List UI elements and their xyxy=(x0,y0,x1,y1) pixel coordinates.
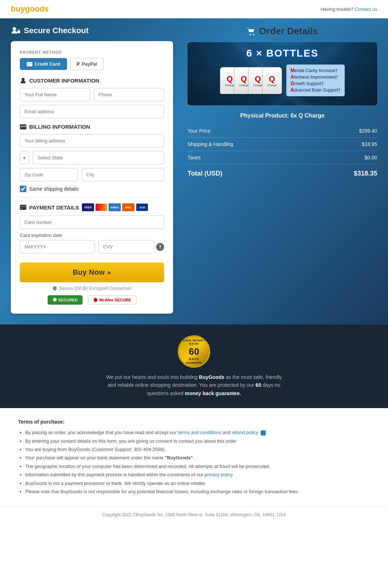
header: buygoods Having trouble? Contact us xyxy=(0,0,388,18)
expiry-input[interactable] xyxy=(20,240,95,253)
country-select-wrapper: Select Country ▾ xyxy=(20,151,29,164)
terms-item-8: Please note that BuyGoods is not respons… xyxy=(25,487,370,496)
footer: Copyright 2022 ©BuyGoods Inc, 1000 North… xyxy=(0,507,388,523)
header-right: Having trouble? Contact us xyxy=(321,6,377,12)
svg-rect-10 xyxy=(20,205,26,210)
credit-card-tab[interactable]: Credit Card xyxy=(20,58,67,70)
buy-now-button[interactable]: Buy Now » xyxy=(20,262,164,282)
email-row xyxy=(20,105,164,118)
privacy-link[interactable]: privacy policy xyxy=(204,472,232,477)
terms-item-4: Your purchase will appear on your bank s… xyxy=(25,454,370,462)
footer-text: Copyright 2022 ©BuyGoods Inc, 1000 North… xyxy=(102,512,286,517)
jcb-icon: JCB xyxy=(136,203,148,211)
same-shipping-row: Same shipping details xyxy=(20,186,164,192)
refund-link[interactable]: refund policy xyxy=(232,430,258,435)
mcafee-icon xyxy=(93,298,98,302)
discover-icon: DISC xyxy=(122,203,135,211)
same-shipping-label: Same shipping details xyxy=(29,186,79,192)
contact-link[interactable]: Contact us xyxy=(355,6,377,12)
name-phone-row xyxy=(20,88,164,101)
guarantee-label: GUARANTEE xyxy=(186,362,202,364)
terms-checkbox-inline xyxy=(261,430,266,436)
taxes-label: Taxes xyxy=(188,155,201,160)
terms-title: Terms of purchase: xyxy=(18,419,370,425)
mastercard-icon xyxy=(96,204,107,211)
shipping-row: Shipping & Handling $18.95 xyxy=(188,138,377,151)
address-row xyxy=(20,134,164,147)
zip-input[interactable] xyxy=(20,168,78,181)
hero-section: Secure Checkout PAYMENT METHOD Credit Ca… xyxy=(0,18,388,324)
secure-checkout-icon xyxy=(11,26,21,36)
shield-icon xyxy=(52,286,57,291)
price-row: Your Price $299.40 xyxy=(188,124,377,138)
bottle-label-1: Charge xyxy=(225,84,234,87)
secure-note: Secure 256 Bit Encrypted Connection xyxy=(20,286,164,291)
cvv-input[interactable] xyxy=(98,240,154,253)
shipping-label: Shipping & Handling xyxy=(188,141,233,147)
guarantee-days: 60 xyxy=(189,346,199,357)
same-shipping-checkbox[interactable] xyxy=(20,186,26,192)
price-label: Your Price xyxy=(188,128,211,134)
svg-rect-4 xyxy=(27,63,32,64)
svg-rect-2 xyxy=(18,30,19,31)
secure-checkout-title: Secure Checkout xyxy=(11,26,177,36)
paypal-tab[interactable]: P PayPal xyxy=(70,58,104,70)
zip-city-row xyxy=(20,168,164,181)
country-select[interactable]: Select Country xyxy=(20,151,29,164)
shield-check-icon xyxy=(53,298,57,302)
expiry-label: Card expiration date xyxy=(20,233,164,238)
address-input[interactable] xyxy=(20,134,164,147)
cvv-help-icon[interactable]: ? xyxy=(156,243,164,251)
terms-item-7: BuyGoods is not a payment processor or b… xyxy=(25,479,370,487)
state-input[interactable] xyxy=(33,151,164,164)
product-name: Physical Product: 6x Q Charge xyxy=(188,110,377,119)
expiry-cvv-row: ? xyxy=(20,240,164,253)
payment-tabs: Credit Card P PayPal xyxy=(20,58,164,70)
amex-icon: AMEX xyxy=(109,203,121,211)
card-number-row xyxy=(20,216,164,229)
order-column: Order Details 6 × BOTTLES Q Charge xyxy=(188,26,377,181)
payment-card-icon xyxy=(20,205,26,210)
maga-m: Mental Clarity Increase† xyxy=(291,67,341,73)
guarantee-days-label: DAYS xyxy=(189,357,199,361)
phone-input[interactable] xyxy=(94,88,164,101)
total-label: Total (USD) xyxy=(188,170,222,177)
terms-item-3: You are buying from BuyGoods (Customer S… xyxy=(25,445,370,454)
svg-point-0 xyxy=(13,27,16,31)
mcafee-badge: McAfee SECURE xyxy=(88,295,136,305)
paypal-icon: P xyxy=(77,62,80,67)
maga-a2: Advanced Brain Support† xyxy=(291,87,341,93)
shipping-value: $18.95 xyxy=(362,141,377,147)
full-name-input[interactable] xyxy=(20,88,90,101)
terms-link[interactable]: terms and conditions xyxy=(178,430,221,435)
person-icon xyxy=(20,77,26,84)
bottles-and-info: Q Charge Q Charge Q Charge xyxy=(193,65,372,96)
billing-icon xyxy=(20,124,26,129)
secured-badge: SECURED xyxy=(48,295,83,305)
guarantee-text: We put our hearts and souls into buildin… xyxy=(104,373,284,397)
bottle-row: Q Charge Q Charge Q Charge xyxy=(220,67,279,94)
product-image-area: 6 × BOTTLES Q Charge Q Charge xyxy=(188,42,377,105)
country-state-row: Select Country ▾ xyxy=(20,151,164,164)
card-number-input[interactable] xyxy=(20,216,164,229)
payment-details-label: PAYMENT DETAILS xyxy=(29,204,79,211)
logo[interactable]: buygoods xyxy=(11,4,49,14)
price-value: $299.40 xyxy=(359,128,377,134)
bottle-q-1: Q xyxy=(226,74,233,84)
terms-item-1: By placing an order, you acknowledge tha… xyxy=(25,428,370,437)
city-input[interactable] xyxy=(81,168,164,181)
bottles-group: Q Charge Q Charge Q Charge xyxy=(220,67,279,94)
email-input[interactable] xyxy=(20,105,164,118)
svg-rect-12 xyxy=(21,208,22,209)
visa-icon: VISA xyxy=(82,203,94,211)
svg-rect-9 xyxy=(21,128,22,128)
total-row: Total (USD) $318.35 xyxy=(188,166,377,181)
guarantee-section: 100% MONEY BACK 60 DAYS GUARANTEE We put… xyxy=(0,324,388,408)
svg-rect-11 xyxy=(20,206,26,207)
svg-point-6 xyxy=(22,78,25,81)
taxes-row: Taxes $0.00 xyxy=(188,151,377,164)
guarantee-badge: 100% MONEY BACK 60 DAYS GUARANTEE xyxy=(178,335,210,368)
payment-method-label: PAYMENT METHOD xyxy=(20,50,164,54)
checkout-column: Secure Checkout PAYMENT METHOD Credit Ca… xyxy=(11,26,177,314)
cart-icon xyxy=(247,27,256,35)
